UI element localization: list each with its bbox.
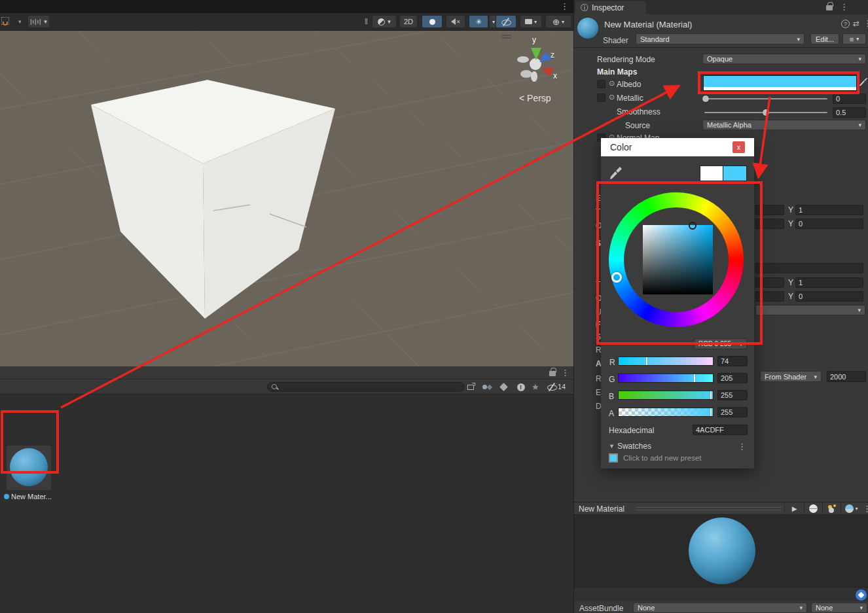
shader-list-button[interactable]: ≡ ▾: [842, 33, 866, 44]
channel-g-slider[interactable]: [618, 374, 714, 383]
metallic-target-icon[interactable]: ⊙: [609, 93, 615, 101]
preview-viewport[interactable]: [574, 515, 868, 587]
material-asset-thumbnail[interactable]: [7, 446, 51, 490]
help-icon[interactable]: ?: [841, 20, 850, 28]
preview-lighting-button[interactable]: [822, 502, 841, 515]
picker-eyedropper-icon[interactable]: [609, 166, 623, 180]
grid-snap-dropdown-icon[interactable]: ▾: [18, 18, 22, 25]
material-kebab-icon[interactable]: ⋮: [863, 19, 868, 27]
grid-snap-icon[interactable]: [1, 16, 16, 27]
hidden-count-toggle[interactable]: 14: [547, 383, 566, 391]
project-search-field[interactable]: [267, 382, 465, 392]
metallic-slider-knob[interactable]: [702, 96, 709, 102]
inspector-kebab-icon[interactable]: ⋮: [840, 3, 848, 11]
preview-kebab-icon[interactable]: ⋮: [863, 504, 868, 513]
metallic-texture-slot[interactable]: [597, 94, 606, 102]
project-search-input[interactable]: [278, 383, 460, 392]
close-icon[interactable]: x: [732, 141, 745, 153]
uv-set-dropdown[interactable]: ▾: [755, 305, 865, 315]
snap-increment-dropdown-icon[interactable]: ▾: [44, 18, 47, 25]
offset-x-field[interactable]: [755, 219, 784, 229]
detail-field[interactable]: [755, 263, 863, 273]
scene-menu-kebab-icon[interactable]: ⋮: [560, 2, 569, 10]
smoothness-value-field[interactable]: [833, 107, 866, 118]
tiling2-y-field[interactable]: [795, 277, 863, 288]
smoothness-slider-knob[interactable]: [763, 109, 769, 116]
metallic-value-field[interactable]: [833, 94, 866, 104]
swatches-foldout[interactable]: ▼ Swatches ⋮: [609, 441, 746, 451]
asset-label-tag-icon[interactable]: [856, 589, 867, 601]
albedo-target-icon[interactable]: ⊙: [609, 79, 615, 88]
channel-b-slider[interactable]: [618, 391, 714, 400]
scene-view[interactable]: y z x < Persp: [0, 31, 573, 366]
log-filter-icon[interactable]: !: [514, 381, 528, 393]
sv-selector[interactable]: [689, 222, 696, 230]
hue-selector[interactable]: [611, 272, 622, 283]
scene-effects-toggle[interactable]: ✳: [469, 15, 488, 28]
channel-a-field[interactable]: [717, 407, 748, 417]
project-content[interactable]: New Mater...: [0, 394, 573, 613]
channel-r-field[interactable]: [717, 356, 748, 366]
albedo-texture-slot[interactable]: [597, 80, 606, 88]
scene-camera-button[interactable]: ▾: [520, 15, 542, 28]
saturation-value-square[interactable]: [643, 225, 713, 294]
preview-play-button[interactable]: ▶: [784, 502, 804, 515]
assetbundle-dropdown[interactable]: None▾: [633, 603, 807, 613]
assetbundle-variant-dropdown[interactable]: None▾: [811, 603, 867, 613]
add-preset-label[interactable]: Click to add new preset: [623, 454, 702, 462]
render-queue-value-field[interactable]: [827, 371, 866, 382]
persp-label[interactable]: < Persp: [519, 93, 551, 103]
source-dropdown[interactable]: Metallic Alpha▾: [702, 120, 866, 130]
hexadecimal-field[interactable]: [693, 425, 748, 435]
previous-color-swatch[interactable]: [700, 166, 723, 181]
favorites-star-icon[interactable]: ★: [532, 382, 539, 392]
scene-audio-toggle[interactable]: ✕: [446, 15, 465, 28]
gizmo-y-axis[interactable]: [531, 48, 541, 60]
channel-a-slider[interactable]: [618, 408, 714, 417]
tiling-x-field[interactable]: [755, 205, 784, 215]
scene-lighting-toggle[interactable]: [422, 15, 443, 28]
channel-g-field[interactable]: [717, 373, 748, 383]
scene-gizmo[interactable]: [517, 48, 554, 82]
albedo-color-swatch[interactable]: [703, 75, 857, 91]
2d-toggle-button[interactable]: 2D: [399, 15, 418, 28]
color-mode-dropdown[interactable]: RGB 0-255▾: [694, 338, 747, 349]
offset2-y-field[interactable]: [795, 291, 863, 302]
scene-gizmo-menu-icon[interactable]: [501, 35, 511, 39]
swatch-preset[interactable]: [609, 453, 618, 463]
open-in-window-icon[interactable]: [463, 381, 477, 393]
shader-edit-button[interactable]: Edit...: [810, 33, 839, 44]
tiling2-x-field[interactable]: [755, 277, 784, 288]
project-kebab-icon[interactable]: ⋮: [561, 368, 570, 377]
preview-header[interactable]: New Material ▶ ▾ ⋮: [574, 502, 868, 515]
tab-inspector[interactable]: ⓘ Inspector: [575, 1, 646, 14]
project-lock-icon[interactable]: [549, 371, 556, 376]
swatches-kebab-icon[interactable]: ⋮: [738, 442, 746, 451]
offset2-x-field[interactable]: [755, 291, 784, 302]
offset-y-field[interactable]: [795, 219, 863, 229]
hidden-objects-toggle[interactable]: [496, 15, 516, 28]
rendering-mode-dropdown[interactable]: Opaque▾: [702, 54, 866, 64]
filter-by-type-icon[interactable]: [480, 381, 494, 393]
preview-environment-button[interactable]: ▾: [841, 502, 862, 515]
preview-shape-button[interactable]: [804, 502, 822, 515]
metallic-slider-track[interactable]: [704, 98, 827, 99]
preview-drag-handle[interactable]: [636, 507, 782, 510]
cube[interactable]: [91, 80, 335, 319]
tiling-y-field[interactable]: [795, 205, 863, 215]
color-picker-titlebar[interactable]: Color x: [601, 138, 754, 156]
material-asset-label[interactable]: New Mater...: [4, 491, 56, 501]
filter-by-label-icon[interactable]: [497, 381, 511, 393]
render-queue-dropdown[interactable]: From Shader▾: [760, 371, 822, 382]
current-color-swatch[interactable]: [723, 166, 747, 181]
albedo-eyedropper-icon[interactable]: [859, 77, 868, 88]
shading-mode-button[interactable]: ▾: [372, 15, 397, 28]
shader-dropdown[interactable]: Standard▾: [636, 33, 805, 44]
channel-r-slider[interactable]: [618, 357, 714, 366]
scene-canvas[interactable]: [0, 31, 573, 366]
gizmos-button[interactable]: ⊕ ▾: [545, 15, 571, 28]
inspector-lock-icon[interactable]: [826, 5, 833, 10]
presets-icon[interactable]: ⇄: [853, 19, 859, 28]
channel-b-field[interactable]: [717, 390, 748, 400]
snap-increment-button[interactable]: |ı|ı| ▾: [27, 15, 50, 28]
